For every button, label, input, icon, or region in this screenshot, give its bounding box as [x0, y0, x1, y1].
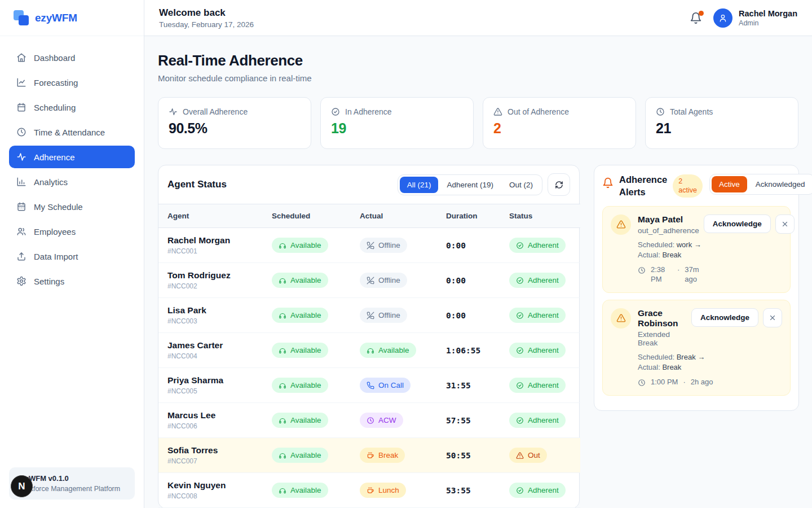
tab-all-21[interactable]: All (21) — [400, 177, 439, 193]
headphones-icon — [279, 242, 286, 249]
check-circle-icon — [516, 242, 524, 249]
headphones-icon — [279, 382, 286, 389]
tab-acknowledged[interactable]: Acknowledged — [748, 176, 812, 192]
offline-pill: Offline — [360, 273, 407, 288]
alert-time: 1:00 PM·2h ago — [638, 378, 782, 387]
dismiss-button[interactable] — [775, 214, 795, 234]
stat-cards: Overall Adherence 90.5% In Adherence 19 … — [158, 97, 798, 149]
offline-pill: Offline — [360, 308, 407, 323]
agent-name: Priya Sharma — [167, 375, 254, 386]
acknowledge-button[interactable]: Acknowledge — [704, 214, 771, 233]
stat-label: Overall Adherence — [183, 107, 248, 116]
warning-triangle-icon — [493, 107, 502, 116]
headphones-icon — [367, 347, 374, 354]
duration-value: 31:55 — [446, 381, 471, 390]
available-pill: Available — [272, 273, 328, 288]
agent-row-tom-rodriguez: Tom Rodriguez#NCC002 Available Offline 0… — [158, 263, 580, 298]
agent-name: Rachel Morgan — [167, 235, 254, 246]
agent-row-sofia-torres: Sofia Torres#NCC007 Available Break 50:5… — [158, 438, 580, 473]
clock-icon — [638, 266, 646, 274]
available-pill: Available — [272, 378, 328, 393]
agent-name: James Carter — [167, 340, 254, 351]
sidebar-item-my-schedule[interactable]: My Schedule — [9, 195, 135, 218]
user-role: Admin — [739, 19, 797, 27]
agent-table: Agent Scheduled Actual Duration Status R… — [158, 204, 580, 508]
phone-icon — [367, 382, 374, 389]
agent-row-marcus-lee: Marcus Lee#NCC006 Available ACW 57:55 Ad… — [158, 403, 580, 438]
stat-value: 2 — [493, 120, 625, 137]
available-pill: Available — [360, 343, 416, 358]
tab-adherent-19[interactable]: Adherent (19) — [439, 177, 501, 193]
agent-id: #NCC006 — [167, 422, 254, 430]
sidebar-item-analytics[interactable]: Analytics — [9, 170, 135, 193]
sidebar-item-label: Dashboard — [34, 53, 75, 63]
col-actual: Actual — [351, 204, 437, 228]
person-icon — [718, 14, 727, 23]
avatar — [713, 8, 732, 28]
clock-icon — [656, 107, 665, 116]
warning-triangle-icon — [516, 452, 524, 459]
page-title: Real-Time Adherence — [158, 52, 798, 69]
agent-name: Marcus Lee — [167, 410, 254, 421]
adherent-pill: Adherent — [509, 238, 566, 253]
agent-id: #NCC008 — [167, 492, 254, 500]
notifications-button[interactable] — [690, 12, 702, 24]
app-version: ezyWFM v0.1.0 — [17, 474, 127, 483]
tab-active[interactable]: Active — [712, 176, 747, 192]
brand-logo-icon — [14, 10, 29, 25]
sidebar-item-label: Data Import — [34, 252, 78, 261]
stat-card-in-adherence: In Adherence 19 — [320, 97, 474, 149]
tab-out-2[interactable]: Out (2) — [502, 177, 540, 193]
sidebar-item-scheduling[interactable]: Scheduling — [9, 96, 135, 119]
home-icon — [16, 52, 27, 63]
activity-icon — [169, 107, 178, 116]
bar-chart-icon — [16, 177, 27, 187]
col-agent: Agent — [158, 204, 263, 228]
headphones-icon — [279, 417, 286, 424]
refresh-button[interactable] — [548, 173, 570, 196]
oncall-pill: On Call — [360, 378, 411, 393]
alert-bell-icon — [602, 177, 614, 189]
adherence-alerts-panel: Adherence Alerts 2 active ActiveAcknowle… — [594, 165, 799, 411]
agent-id: #NCC002 — [167, 282, 254, 290]
agent-row-james-carter: James Carter#NCC004 Available Available … — [158, 333, 580, 368]
alerts-filter-tabs: ActiveAcknowledged — [709, 174, 812, 195]
duration-value: 1:06:55 — [446, 346, 480, 355]
activity-icon — [16, 152, 27, 162]
brand-logo[interactable]: ezyWFM — [0, 0, 144, 36]
duration-value: 50:55 — [446, 451, 471, 460]
alert-time: 2:38 PM·37m ago — [638, 265, 782, 284]
clock-icon — [638, 379, 646, 387]
alert-schedule-detail: Scheduled: Break →Actual: Break — [638, 352, 782, 373]
adherent-pill: Adherent — [509, 413, 566, 428]
adherent-pill: Adherent — [509, 308, 566, 323]
user-menu[interactable]: Rachel Morgan Admin — [713, 8, 797, 28]
topbar: Welcome back Tuesday, February 17, 2026 … — [144, 0, 812, 36]
stat-value: 90.5% — [169, 120, 301, 137]
sidebar-item-label: Adherence — [34, 152, 75, 162]
sidebar-item-forecasting[interactable]: Forecasting — [9, 71, 135, 94]
available-pill: Available — [272, 448, 328, 463]
sidebar-item-settings[interactable]: Settings — [9, 270, 135, 292]
duration-value: 0:00 — [446, 276, 466, 285]
current-date: Tuesday, February 17, 2026 — [159, 20, 254, 29]
agent-id: #NCC007 — [167, 457, 254, 465]
close-icon — [769, 314, 776, 322]
alerts-title: Adherence Alerts — [619, 173, 667, 199]
dismiss-button[interactable] — [763, 308, 782, 327]
coffee-icon — [367, 487, 374, 494]
available-pill: Available — [272, 413, 328, 428]
welcome-title: Welcome back — [159, 7, 254, 19]
users-icon — [16, 226, 27, 237]
sidebar-item-data-import[interactable]: Data Import — [9, 245, 135, 268]
sidebar-item-adherence[interactable]: Adherence — [9, 146, 135, 168]
sidebar-item-time-attendance[interactable]: Time & Attendance — [9, 121, 135, 143]
dev-tools-badge[interactable]: N — [11, 475, 33, 497]
sidebar-item-dashboard[interactable]: Dashboard — [9, 46, 135, 69]
col-status: Status — [500, 204, 580, 228]
adherent-pill: Adherent — [509, 343, 566, 358]
acknowledge-button[interactable]: Acknowledge — [691, 308, 758, 327]
sidebar-item-employees[interactable]: Employees — [9, 220, 135, 243]
agent-row-lisa-park: Lisa Park#NCC003 Available Offline 0:00 … — [158, 298, 580, 333]
alert-schedule-detail: Scheduled: work →Actual: Break — [638, 240, 782, 260]
